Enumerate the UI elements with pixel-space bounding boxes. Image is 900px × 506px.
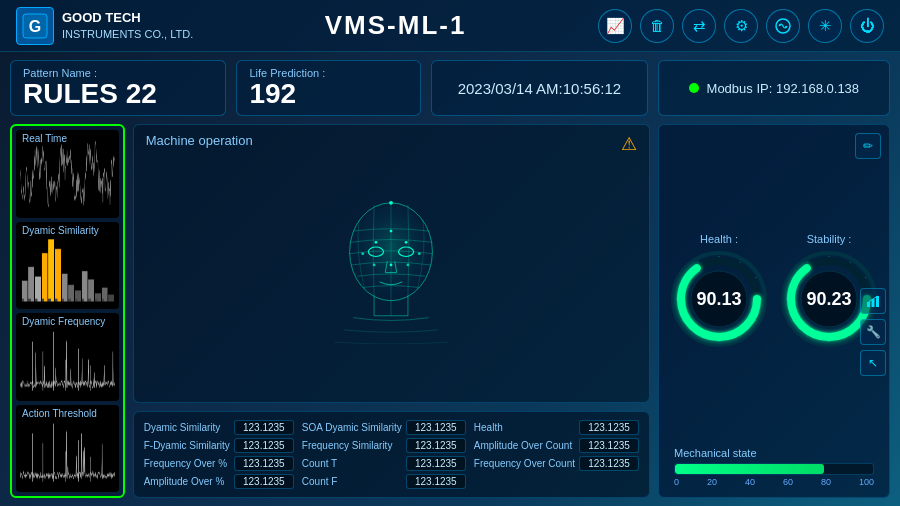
- dyamic-frequency-label: Dyamic Frequency: [22, 316, 105, 327]
- stat-col-2: SOA Dyamic Similarity 123.1235 Frequency…: [302, 420, 466, 489]
- svg-rect-49: [867, 302, 870, 307]
- stat-row-count-t: Count T 123.1235: [302, 456, 466, 471]
- gauges-area: ✏ Health :: [658, 124, 890, 498]
- modbus-label: Modbus IP: 192.168.0.138: [707, 81, 860, 96]
- pattern-label: Pattern Name :: [23, 67, 213, 79]
- pattern-value: RULES 22: [23, 79, 213, 110]
- datetime-text: 2023/03/14 AM:10:56:12: [458, 80, 621, 97]
- realtime-chart: Real Time: [16, 130, 119, 218]
- right-panel: ✏ Health :: [658, 124, 890, 498]
- svg-point-11: [390, 263, 393, 266]
- edit-icon[interactable]: ✏: [855, 133, 881, 159]
- svg-point-3: [779, 24, 781, 26]
- modbus-status-dot: [689, 83, 699, 93]
- stat-row-fdyamic-sim: F-Dyamic Similarity 123.1235: [144, 438, 294, 453]
- logo: G GOOD TECH INSTRUMENTS CO., LTD.: [16, 7, 193, 45]
- brain-icon[interactable]: [766, 9, 800, 43]
- head-visualization: [321, 184, 461, 344]
- middle-panel: Machine operation ⚠: [133, 124, 650, 498]
- action-threshold-chart: Action Threshold: [16, 405, 119, 493]
- cursor-icon[interactable]: ↖: [860, 350, 886, 376]
- health-gauge: Health :: [669, 233, 769, 349]
- left-panel: Real Time Dyamic Similarity Dyamic Frequ…: [10, 124, 125, 498]
- stats-table: Dyamic Similarity 123.1235 F-Dyamic Simi…: [133, 411, 650, 498]
- stat-row-count-f: Count F 123.1235: [302, 474, 466, 489]
- stat-row-amp-over: Amplitude Over % 123.1235: [144, 474, 294, 489]
- machine-operation: Machine operation ⚠: [133, 124, 650, 403]
- stat-row-dyamic-sim: Dyamic Similarity 123.1235: [144, 420, 294, 435]
- stat-row-amp-count: Amplitude Over Count 123.1235: [474, 438, 639, 453]
- svg-rect-51: [876, 296, 879, 307]
- svg-point-4: [785, 26, 787, 28]
- gear-icon[interactable]: ⚙: [724, 9, 758, 43]
- stat-col-3: Health 123.1235 Amplitude Over Count 123…: [474, 420, 639, 489]
- svg-point-12: [373, 263, 376, 266]
- health-value: 90.13: [696, 289, 741, 310]
- mechanical-state: Mechanical state 0 20 40 60 80 100: [669, 447, 879, 487]
- realtime-label: Real Time: [22, 133, 67, 144]
- mech-bar-fill: [675, 464, 824, 474]
- stat-row-soa-dyamic: SOA Dyamic Similarity 123.1235: [302, 420, 466, 435]
- trash-icon[interactable]: 🗑: [640, 9, 674, 43]
- svg-point-10: [405, 240, 408, 243]
- svg-point-16: [389, 200, 393, 204]
- dyamic-similarity-chart: Dyamic Similarity: [16, 222, 119, 310]
- svg-point-14: [362, 252, 365, 255]
- dyamic-similarity-label: Dyamic Similarity: [22, 225, 99, 236]
- life-label: Life Prediction :: [249, 67, 408, 79]
- health-gauge-label: Health :: [700, 233, 738, 245]
- stat-row-freq-over: Frequency Over % 123.1235: [144, 456, 294, 471]
- swap-icon[interactable]: ⇄: [682, 9, 716, 43]
- stability-value: 90.23: [806, 289, 851, 310]
- svg-point-13: [407, 263, 410, 266]
- svg-point-9: [375, 240, 378, 243]
- app-title: VMS-ML-1: [325, 10, 467, 41]
- pattern-card: Pattern Name : RULES 22: [10, 60, 226, 116]
- health-gauge-container: 90.13: [669, 249, 769, 349]
- info-bar: Pattern Name : RULES 22 Life Prediction …: [0, 52, 900, 124]
- mech-label: Mechanical state: [674, 447, 874, 459]
- mech-bar: [674, 463, 874, 475]
- mech-ticks: 0 20 40 60 80 100: [674, 477, 874, 487]
- machine-op-label: Machine operation: [146, 133, 253, 148]
- svg-text:G: G: [29, 18, 41, 35]
- stat-row-freq-count: Frequency Over Count 123.1235: [474, 456, 639, 471]
- stat-row-health: Health 123.1235: [474, 420, 639, 435]
- life-prediction-card: Life Prediction : 192: [236, 60, 421, 116]
- action-threshold-label: Action Threshold: [22, 408, 97, 419]
- wrench-icon[interactable]: 🔧: [860, 319, 886, 345]
- modbus-card: Modbus IP: 192.168.0.138: [658, 60, 890, 116]
- header: G GOOD TECH INSTRUMENTS CO., LTD. VMS-ML…: [0, 0, 900, 52]
- stability-gauge-label: Stability :: [807, 233, 852, 245]
- logo-icon: G: [16, 7, 54, 45]
- life-value: 192: [249, 79, 408, 110]
- asterisk-icon[interactable]: ✳: [808, 9, 842, 43]
- power-icon[interactable]: ⏻: [850, 9, 884, 43]
- warning-icon: ⚠: [621, 133, 637, 155]
- header-toolbar: 📈 🗑 ⇄ ⚙ ✳ ⏻: [598, 9, 884, 43]
- svg-point-15: [418, 252, 421, 255]
- svg-point-8: [390, 229, 393, 232]
- gauges-row: Health :: [669, 135, 879, 447]
- chart-icon[interactable]: 📈: [598, 9, 632, 43]
- dyamic-frequency-chart: Dyamic Frequency: [16, 313, 119, 401]
- logo-text: GOOD TECH INSTRUMENTS CO., LTD.: [62, 10, 193, 41]
- datetime-card: 2023/03/14 AM:10:56:12: [431, 60, 647, 116]
- chart-settings-icon[interactable]: [860, 288, 886, 314]
- main-content: Real Time Dyamic Similarity Dyamic Frequ…: [0, 124, 900, 506]
- stat-col-1: Dyamic Similarity 123.1235 F-Dyamic Simi…: [144, 420, 294, 489]
- stat-row-freq-sim: Frequency Similarity 123.1235: [302, 438, 466, 453]
